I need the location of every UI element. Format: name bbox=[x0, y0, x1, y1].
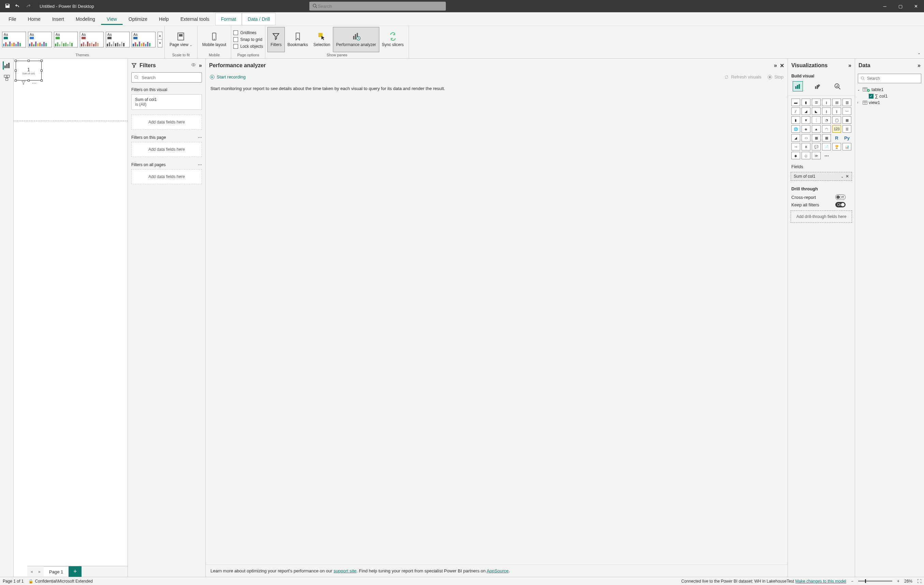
tab-file[interactable]: File bbox=[3, 13, 22, 25]
undo-icon[interactable] bbox=[15, 3, 20, 10]
theme-tile[interactable]: Aa bbox=[80, 32, 104, 48]
close-button[interactable]: ✕ bbox=[908, 0, 924, 12]
bookmarks-pane-button[interactable]: Bookmarks bbox=[285, 27, 311, 52]
minimize-button[interactable]: ─ bbox=[877, 0, 893, 12]
mobile-layout-button[interactable]: Mobile layout bbox=[200, 27, 229, 52]
theme-tile[interactable]: Aa bbox=[132, 32, 155, 48]
ribbon-group-mobile: Mobile layout Mobile bbox=[198, 26, 232, 58]
tab-format[interactable]: Format bbox=[215, 13, 242, 25]
gridlines-checkbox[interactable]: Gridlines bbox=[233, 30, 256, 36]
ribbon: Aa Aa Aa Aa Aa Aa ▲▼ Themes Page view ⌄ … bbox=[0, 26, 924, 59]
ribbon-label-page-options: Page options bbox=[238, 52, 259, 58]
tab-optimize[interactable]: Optimize bbox=[123, 13, 153, 25]
app-title: Untitled - Power BI Desktop bbox=[40, 4, 94, 9]
snap-checkbox[interactable]: Snap to grid bbox=[233, 36, 262, 43]
tab-data-drill[interactable]: Data / Drill bbox=[242, 13, 276, 25]
tab-insert[interactable]: Insert bbox=[46, 13, 70, 25]
ribbon-group-scale: Page view ⌄ Scale to fit bbox=[165, 26, 198, 58]
svg-rect-8 bbox=[355, 34, 356, 40]
selection-pane-button[interactable]: Selection bbox=[311, 27, 333, 52]
ribbon-group-themes: Aa Aa Aa Aa Aa Aa ▲▼ Themes bbox=[0, 26, 165, 58]
ribbon-group-show-panes: Filters Bookmarks Selection Performance … bbox=[266, 26, 409, 58]
themes-dropdown[interactable]: ▲▼ bbox=[158, 32, 162, 48]
global-search[interactable] bbox=[309, 2, 446, 11]
menu-tabs: File Home Insert Modeling View Optimize … bbox=[0, 12, 924, 26]
tab-help[interactable]: Help bbox=[153, 13, 175, 25]
redo-icon[interactable] bbox=[25, 3, 31, 10]
tab-view[interactable]: View bbox=[101, 13, 123, 25]
title-bar: Untitled - Power BI Desktop ─ ▢ ✕ bbox=[0, 0, 924, 12]
ribbon-label-scale: Scale to fit bbox=[172, 52, 190, 58]
ribbon-label-themes: Themes bbox=[75, 52, 89, 58]
theme-tile[interactable]: Aa bbox=[54, 32, 78, 48]
svg-rect-3 bbox=[179, 34, 183, 36]
svg-point-5 bbox=[214, 39, 215, 40]
tab-modeling[interactable]: Modeling bbox=[70, 13, 101, 25]
tab-external-tools[interactable]: External tools bbox=[175, 13, 215, 25]
ribbon-label-show-panes: Show panes bbox=[327, 52, 348, 58]
ribbon-collapse[interactable]: ⌃ bbox=[914, 26, 924, 58]
filters-pane-button[interactable]: Filters bbox=[267, 27, 285, 52]
theme-tile[interactable]: Aa bbox=[2, 32, 26, 48]
svg-point-0 bbox=[313, 4, 316, 7]
tab-home[interactable]: Home bbox=[22, 13, 46, 25]
page-view-button[interactable]: Page view ⌄ bbox=[167, 27, 195, 52]
theme-tile[interactable]: Aa bbox=[28, 32, 52, 48]
performance-analyzer-button[interactable]: Performance analyzer bbox=[333, 27, 379, 52]
lock-checkbox[interactable]: Lock objects bbox=[233, 43, 263, 50]
ribbon-group-page-options: Gridlines Snap to grid Lock objects Page… bbox=[231, 26, 266, 58]
search-icon bbox=[313, 4, 318, 8]
save-icon[interactable] bbox=[5, 3, 10, 10]
svg-line-1 bbox=[316, 7, 317, 8]
ribbon-label-mobile: Mobile bbox=[209, 52, 219, 58]
maximize-button[interactable]: ▢ bbox=[893, 0, 908, 12]
theme-tile[interactable]: Aa bbox=[106, 32, 130, 48]
svg-rect-7 bbox=[353, 36, 355, 40]
sync-slicers-button[interactable]: Sync slicers bbox=[379, 27, 407, 52]
global-search-input[interactable] bbox=[318, 4, 442, 9]
